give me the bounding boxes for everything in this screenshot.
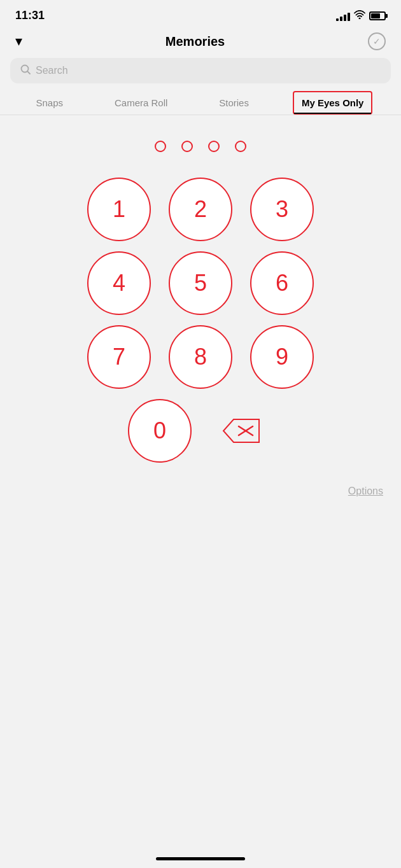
status-icons (336, 10, 386, 22)
keypad-row-1: 1 2 3 (87, 178, 314, 241)
check-button[interactable] (368, 32, 386, 50)
search-placeholder: Search (36, 65, 68, 76)
pin-dots (155, 141, 246, 152)
search-container: Search (0, 58, 401, 91)
keypad-row-2: 4 5 6 (87, 251, 314, 315)
keypad-row-4: 0 (128, 399, 273, 463)
signal-icon (336, 11, 350, 21)
wifi-icon (354, 10, 365, 22)
tab-camera-roll[interactable]: Camera Roll (107, 91, 175, 115)
options-link[interactable]: Options (348, 486, 383, 497)
home-indicator (156, 857, 245, 860)
key-6[interactable]: 6 (250, 251, 314, 315)
status-bar: 11:31 (0, 0, 401, 27)
pin-dot-4 (235, 141, 246, 152)
options-row: Options (0, 475, 401, 507)
pin-dot-1 (155, 141, 166, 152)
key-1[interactable]: 1 (87, 178, 151, 241)
key-4[interactable]: 4 (87, 251, 151, 315)
pin-dot-3 (208, 141, 220, 152)
backspace-button[interactable] (209, 399, 273, 463)
status-time: 11:31 (15, 9, 45, 22)
key-3[interactable]: 3 (250, 178, 314, 241)
pin-area: 1 2 3 4 5 6 7 8 9 0 (0, 115, 401, 475)
header: ▾ Memories (0, 27, 401, 58)
key-5[interactable]: 5 (169, 251, 232, 315)
battery-icon (369, 11, 386, 20)
key-7[interactable]: 7 (87, 325, 151, 389)
key-9[interactable]: 9 (250, 325, 314, 389)
tab-stories[interactable]: Stories (211, 91, 257, 115)
search-icon (20, 64, 31, 77)
chevron-down-icon[interactable]: ▾ (15, 33, 22, 50)
tab-snaps[interactable]: Snaps (28, 91, 71, 115)
key-8[interactable]: 8 (169, 325, 232, 389)
svg-line-1 (27, 71, 30, 74)
page-title: Memories (165, 34, 225, 49)
tab-my-eyes-only[interactable]: My Eyes Only (293, 91, 373, 115)
key-0[interactable]: 0 (128, 399, 192, 463)
tabs-bar: Snaps Camera Roll Stories My Eyes Only (0, 91, 401, 115)
key-2[interactable]: 2 (169, 178, 232, 241)
keypad: 1 2 3 4 5 6 7 8 9 0 (87, 178, 314, 463)
pin-dot-2 (181, 141, 193, 152)
search-bar[interactable]: Search (10, 58, 391, 83)
keypad-row-3: 7 8 9 (87, 325, 314, 389)
